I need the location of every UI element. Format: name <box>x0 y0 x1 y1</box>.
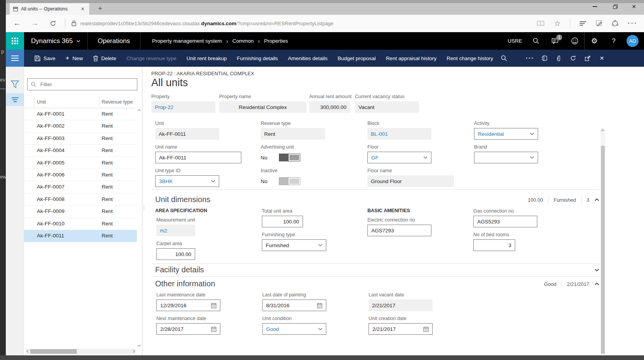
breadcrumb-item-page[interactable]: Properties <box>264 38 288 44</box>
property-link[interactable]: Prop-22 <box>151 101 215 113</box>
settings-gear-icon[interactable]: ⚙ <box>585 32 604 50</box>
column-header-unit[interactable]: Unit <box>37 99 46 105</box>
action-search-button[interactable] <box>498 50 510 67</box>
filter-input[interactable] <box>40 81 133 88</box>
activity-dropdown[interactable]: Residential <box>474 128 538 140</box>
budget-proposal-button[interactable]: Budget proposal <box>332 50 381 67</box>
last-maintenance-date-input[interactable]: 12/29/2016 <box>156 299 220 311</box>
carpet-area-input[interactable]: 100.00 <box>156 248 195 260</box>
nav-hamburger-button[interactable] <box>6 50 24 67</box>
inactive-toggle[interactable] <box>279 177 300 185</box>
calendar-icon[interactable] <box>423 326 429 332</box>
company-picker[interactable]: USRE <box>507 38 526 44</box>
window-close-button[interactable]: ✕ <box>627 0 641 13</box>
list-item[interactable]: Ak-FF-0009 Rent <box>24 206 137 218</box>
save-button[interactable]: Save <box>29 50 61 67</box>
app-launcher-button[interactable] <box>6 32 24 50</box>
open-new-window-button[interactable] <box>582 50 593 67</box>
scrollbar-thumb[interactable] <box>30 349 77 354</box>
calendar-icon[interactable] <box>211 326 216 332</box>
action-more-icon[interactable]: ··· <box>524 50 536 67</box>
hub-icon[interactable] <box>580 21 587 26</box>
forward-button[interactable]: → <box>26 15 44 32</box>
list-item[interactable]: Ak-FF-0002 Rent <box>24 120 137 132</box>
share-icon[interactable] <box>612 20 618 27</box>
list-item[interactable]: Ak-FF-0003 Rent <box>24 133 137 145</box>
main-vertical-scrollbar[interactable] <box>601 128 605 354</box>
list-item-selected[interactable]: Ak-FF-0011 Rent <box>24 230 137 242</box>
measurement-unit-link[interactable]: m2 <box>156 225 195 236</box>
last-painting-date-input[interactable]: 8/31/2016 <box>262 299 326 311</box>
collapse-chevron-up-icon[interactable] <box>594 282 599 286</box>
rent-change-history-button[interactable]: Rent change history <box>441 50 498 67</box>
bedrooms-input[interactable]: 3 <box>473 239 515 251</box>
section-title[interactable]: Other information <box>155 279 215 288</box>
new-tab-button[interactable]: + <box>93 3 107 15</box>
panel-splitter-handle[interactable] <box>144 206 144 210</box>
total-unit-area-input[interactable]: 100.00 <box>262 216 303 227</box>
list-item[interactable]: Ak-FF-0007 Rent <box>24 181 137 193</box>
list-item[interactable]: Ak-FF-0008 Rent <box>24 194 137 206</box>
tab-close-icon[interactable]: ✕ <box>80 5 86 12</box>
calendar-icon[interactable] <box>211 303 216 308</box>
block-link[interactable]: BL-001 <box>367 128 431 140</box>
list-vertical-scrollbar[interactable] <box>137 108 142 348</box>
notifications-button[interactable]: 1 <box>545 32 565 50</box>
refresh-button[interactable] <box>44 15 62 32</box>
delete-button[interactable]: Delete <box>88 50 121 67</box>
open-in-office-button[interactable] <box>538 50 550 67</box>
unit-type-dropdown[interactable]: 3BHK <box>155 175 219 187</box>
filter-box[interactable] <box>27 78 137 90</box>
list-item[interactable]: Ak-FF-0006 Rent <box>24 169 137 181</box>
amenities-details-button[interactable]: Amenities details <box>283 50 332 67</box>
back-button[interactable]: ← <box>8 15 26 32</box>
attachments-button[interactable] <box>553 50 564 67</box>
window-minimize-button[interactable] <box>588 0 602 13</box>
web-note-icon[interactable] <box>596 20 602 27</box>
close-page-button[interactable]: ✕ <box>596 50 608 67</box>
list-horizontal-scrollbar[interactable] <box>26 349 136 354</box>
list-item[interactable]: Ak-FF-0004 Rent <box>24 145 137 157</box>
unit-name-input[interactable]: Ak-FF-0011 <box>155 152 241 163</box>
breadcrumb-item-area[interactable]: Common <box>232 38 254 44</box>
column-header-revenue-type[interactable]: Revenue type <box>102 99 133 105</box>
filter-funnel-icon[interactable] <box>10 80 19 88</box>
refresh-button-action[interactable] <box>567 50 579 67</box>
next-maintenance-date-input[interactable]: 2/28/2017 <box>156 323 220 335</box>
gas-connection-input[interactable]: AGS5293 <box>473 216 537 227</box>
browser-tab[interactable]: All units -- Operations ✕ <box>10 3 89 15</box>
window-restore-button[interactable] <box>608 0 622 13</box>
furnishing-details-button[interactable]: Furnishing details <box>232 50 283 67</box>
header-search-button[interactable] <box>526 32 545 50</box>
expand-chevron-down-icon[interactable] <box>594 268 599 272</box>
floor-dropdown[interactable]: GF <box>367 152 431 163</box>
unit-rent-breakup-button[interactable]: Unit rent breakup <box>182 50 232 67</box>
rent-appraisal-history-button[interactable]: Rent appraisal history <box>381 50 442 67</box>
list-item[interactable]: Ak-FF-0010 Rent <box>24 218 137 230</box>
calendar-icon[interactable] <box>317 303 322 308</box>
unit-condition-dropdown[interactable]: Good <box>262 323 326 335</box>
collapse-chevron-up-icon[interactable] <box>594 198 599 201</box>
breadcrumb-item-module[interactable]: Property management system <box>152 38 222 44</box>
url-field[interactable]: realestateprodev1c05be13c5b2946cedevaos.… <box>80 21 334 26</box>
list-item[interactable]: Ak-FF-0001 Rent <box>24 108 137 120</box>
section-title[interactable]: Unit dimensions <box>155 195 210 204</box>
electric-connection-input[interactable]: AGS7293 <box>367 225 431 236</box>
furnishing-type-dropdown[interactable]: Furnished <box>262 239 326 251</box>
list-view-button[interactable] <box>6 93 24 106</box>
list-item[interactable]: Ak-FF-0005 Rent <box>24 157 137 169</box>
browser-more-icon[interactable]: ··· <box>628 19 638 27</box>
new-button[interactable]: + New <box>61 50 88 67</box>
reading-view-icon[interactable] <box>537 21 545 26</box>
product-menu[interactable]: Dynamics 365 <box>24 32 88 50</box>
brand-dropdown[interactable] <box>474 152 538 163</box>
scrollbar-thumb[interactable] <box>601 146 605 354</box>
user-avatar[interactable]: AD <box>627 35 639 47</box>
scroll-up-icon <box>137 109 141 111</box>
unit-creation-date-input[interactable]: 2/21/2017 <box>369 323 433 335</box>
favorites-star-icon[interactable]: ☆ <box>554 20 561 27</box>
help-button[interactable]: ? <box>604 32 623 50</box>
feedback-button[interactable] <box>565 32 584 50</box>
advertising-unit-toggle[interactable] <box>279 154 300 161</box>
section-title[interactable]: Facility details <box>155 265 204 274</box>
